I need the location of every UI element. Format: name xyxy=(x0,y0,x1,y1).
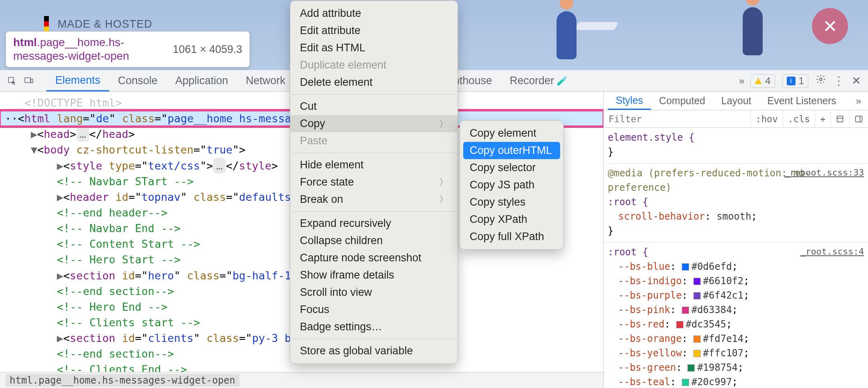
issues-count: 1 xyxy=(799,75,804,87)
menu-item-duplicate-element: Duplicate element xyxy=(290,57,458,74)
kebab-menu-icon[interactable]: ⋮ xyxy=(833,74,844,87)
styles-sidebar: StylesComputedLayoutEvent Listeners» :ho… xyxy=(604,92,868,388)
illustration-person-right xyxy=(741,0,765,60)
toggle-sidebar-icon[interactable] xyxy=(849,110,868,127)
svg-rect-1 xyxy=(25,78,30,83)
breadcrumb-current[interactable]: html.page__home.hs-messages-widget-open xyxy=(6,374,239,387)
source-link[interactable]: _root.scss:4 xyxy=(800,245,864,258)
more-sidebar-tabs-icon[interactable]: » xyxy=(848,95,868,107)
css-var-row[interactable]: --bs-red: #dc3545; xyxy=(608,317,864,331)
css-var-row[interactable]: --bs-orange: #fd7e14; xyxy=(608,331,864,346)
menu-item-focus[interactable]: Focus xyxy=(290,301,458,318)
menu-item-scroll-into-view[interactable]: Scroll into view xyxy=(290,284,458,301)
warnings-count: 4 xyxy=(765,75,770,87)
illustration-person-left xyxy=(549,0,585,64)
devtools-tab-elements[interactable]: Elements xyxy=(46,70,109,91)
menu-item-copy[interactable]: Copy〉 xyxy=(290,115,458,132)
svg-rect-5 xyxy=(856,116,862,122)
svg-rect-2 xyxy=(31,79,33,83)
root-vars-rule[interactable]: _root.scss:4 :root { --bs-blue: #0d6efd;… xyxy=(604,242,868,388)
submenu-item-copy-full-xpath[interactable]: Copy full XPath xyxy=(460,228,563,245)
computed-styles-icon[interactable] xyxy=(830,110,849,127)
device-toolbar-icon[interactable] xyxy=(24,76,34,86)
menu-item-force-state[interactable]: Force state〉 xyxy=(290,174,458,191)
close-devtools-icon[interactable]: ✕ xyxy=(852,74,861,87)
made-hosted-line1: MADE & HOSTED xyxy=(58,18,153,30)
css-var-row[interactable]: --bs-pink: #d63384; xyxy=(608,303,864,317)
tooltip-dimensions: 1061 × 4059.3 xyxy=(173,43,242,56)
submenu-arrow-icon: 〉 xyxy=(439,118,448,130)
element-highlight-tooltip: html.page__home.hs-messages-widget-open … xyxy=(6,31,250,67)
styles-tab-event-listeners[interactable]: Event Listeners xyxy=(760,92,844,110)
menu-item-cut[interactable]: Cut xyxy=(290,98,458,115)
submenu-arrow-icon: 〉 xyxy=(439,176,448,188)
menu-item-capture-node-screenshot[interactable]: Capture node screenshot xyxy=(290,249,458,267)
hov-toggle[interactable]: :hov xyxy=(750,110,782,127)
menu-item-edit-attribute[interactable]: Edit attribute xyxy=(290,22,458,39)
settings-gear-icon[interactable] xyxy=(816,74,826,87)
devtools-tab-network[interactable]: Network xyxy=(237,70,294,91)
submenu-item-copy-styles[interactable]: Copy styles xyxy=(460,194,563,211)
element-context-menu[interactable]: Add attributeEdit attributeEdit as HTMLD… xyxy=(290,0,458,364)
devtools-tab-console[interactable]: Console xyxy=(109,70,167,91)
menu-item-badge-settings-[interactable]: Badge settings… xyxy=(290,318,458,335)
styles-sidebar-tabs: StylesComputedLayoutEvent Listeners» xyxy=(604,92,868,110)
menu-item-paste: Paste xyxy=(290,132,458,150)
styles-filter-input[interactable] xyxy=(604,110,750,127)
css-var-row[interactable]: --bs-indigo: #6610f2; xyxy=(608,274,864,288)
submenu-item-copy-element[interactable]: Copy element xyxy=(460,125,563,142)
inspect-element-icon[interactable] xyxy=(7,76,17,86)
menu-item-expand-recursively[interactable]: Expand recursively xyxy=(290,215,458,232)
element-style-rule[interactable]: element.style { } xyxy=(604,128,868,164)
devtools-tab-recorder[interactable]: Recorder🧪 xyxy=(501,70,576,91)
css-var-row[interactable]: --bs-green: #198754; xyxy=(608,360,864,375)
dom-breadcrumb[interactable]: html.page__home.hs-messages-widget-open xyxy=(0,372,603,388)
styles-rules[interactable]: element.style { } _reboot.scss:33 @media… xyxy=(604,128,868,388)
tooltip-tagname: html xyxy=(13,36,37,48)
menu-item-break-on[interactable]: Break on〉 xyxy=(290,191,458,208)
new-style-rule-icon[interactable]: + xyxy=(815,110,830,127)
menu-item-collapse-children[interactable]: Collapse children xyxy=(290,232,458,249)
submenu-item-copy-outerhtml[interactable]: Copy outerHTML xyxy=(463,142,560,159)
svg-rect-4 xyxy=(837,116,843,122)
submenu-item-copy-js-path[interactable]: Copy JS path xyxy=(460,176,563,194)
source-link[interactable]: _reboot.scss:33 xyxy=(784,166,864,179)
styles-tab-computed[interactable]: Computed xyxy=(651,92,713,110)
styles-tab-styles[interactable]: Styles xyxy=(608,92,651,110)
media-root-rule[interactable]: _reboot.scss:33 @media (prefers-reduced-… xyxy=(604,164,868,242)
issues-badge[interactable]: i 1 xyxy=(782,74,808,88)
close-icon: ✕ xyxy=(823,16,838,36)
made-hosted-badge: MADE & HOSTED xyxy=(44,16,153,32)
warning-icon xyxy=(755,78,762,84)
info-icon: i xyxy=(787,77,796,85)
css-var-row[interactable]: --bs-yellow: #ffc107; xyxy=(608,346,864,360)
flask-icon: 🧪 xyxy=(557,76,567,86)
menu-item-hide-element[interactable]: Hide element xyxy=(290,156,458,174)
submenu-item-copy-selector[interactable]: Copy selector xyxy=(460,159,563,176)
styles-tab-layout[interactable]: Layout xyxy=(713,92,759,110)
menu-item-add-attribute[interactable]: Add attribute xyxy=(290,5,458,22)
menu-item-delete-element[interactable]: Delete element xyxy=(290,74,458,91)
menu-item-edit-as-html[interactable]: Edit as HTML xyxy=(290,39,458,57)
hero-close-button[interactable]: ✕ xyxy=(812,8,848,44)
menu-item-store-as-global-variable[interactable]: Store as global variable xyxy=(290,342,458,360)
css-var-row[interactable]: --bs-purple: #6f42c1; xyxy=(608,288,864,303)
styles-filter-row: :hov .cls + xyxy=(604,110,868,128)
submenu-item-copy-xpath[interactable]: Copy XPath xyxy=(460,211,563,228)
cls-toggle[interactable]: .cls xyxy=(783,110,815,127)
devtools-tab-application[interactable]: Application xyxy=(167,70,237,91)
menu-item-show-iframe-details[interactable]: Show iframe details xyxy=(290,267,458,284)
svg-point-3 xyxy=(820,78,822,81)
copy-submenu[interactable]: Copy elementCopy outerHTMLCopy selectorC… xyxy=(460,120,564,250)
german-flag-icon xyxy=(44,16,49,32)
css-var-row[interactable]: --bs-teal: #20c997; xyxy=(608,375,864,388)
warnings-badge[interactable]: 4 xyxy=(750,74,775,88)
more-tabs-icon[interactable]: » xyxy=(739,75,743,87)
css-var-row[interactable]: --bs-blue: #0d6efd; xyxy=(608,259,864,274)
submenu-arrow-icon: 〉 xyxy=(439,194,448,206)
